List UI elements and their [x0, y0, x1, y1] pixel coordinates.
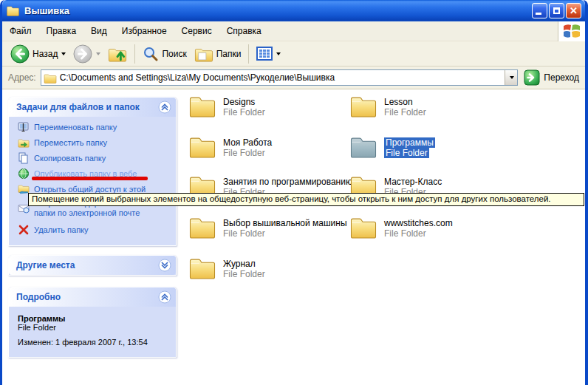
folder-name[interactable]: Выбор вышивальной машины	[223, 218, 347, 228]
folder-name[interactable]: Моя Работа	[223, 137, 272, 148]
panel-file-tasks-body: Переименовать папку Переместить папку	[9, 117, 176, 245]
back-label: Назад	[33, 49, 58, 59]
folder-icon-selected	[349, 135, 377, 158]
views-icon	[256, 47, 273, 61]
up-folder-icon	[108, 45, 127, 63]
folder-type: File Folder	[384, 107, 426, 117]
views-button[interactable]	[253, 45, 284, 62]
panel-file-tasks-header[interactable]: Задачи для файлов и папок	[9, 98, 176, 117]
views-dropdown-icon[interactable]	[276, 52, 281, 55]
details-item-type: File Folder	[18, 323, 168, 332]
folder-item-selected[interactable]: ПрограммыFile Folder	[349, 135, 435, 158]
copy-icon	[18, 152, 30, 164]
folder-type: File Folder	[223, 107, 265, 117]
menu-favorites[interactable]: Избранное	[114, 23, 174, 39]
minimize-icon	[536, 13, 541, 15]
folder-item[interactable]: ЖурналFile Folder	[188, 256, 265, 279]
panel-details-body: Программы File Folder Изменен: 1 февраля…	[9, 307, 176, 357]
folder-name[interactable]: Designs	[223, 97, 255, 107]
details-item-modified: Изменен: 1 февраля 2007 г., 13:54	[18, 338, 168, 347]
forward-dropdown-icon	[96, 52, 100, 55]
menu-file[interactable]: Файл	[2, 23, 39, 39]
task-rename-folder[interactable]: Переименовать папку	[18, 121, 170, 133]
windows-logo	[558, 21, 585, 41]
task-delete-folder[interactable]: Удалить папку	[18, 224, 170, 236]
rename-icon	[18, 121, 30, 133]
folder-icon	[188, 256, 216, 279]
go-label: Переход	[544, 72, 579, 83]
folder-type: File Folder	[384, 228, 426, 239]
menu-tools[interactable]: Сервис	[174, 23, 219, 39]
task-label[interactable]: Переименовать папку	[34, 123, 160, 132]
address-dropdown-button[interactable]	[505, 70, 517, 85]
search-icon	[143, 46, 159, 62]
task-label[interactable]: Переместить папку	[34, 138, 160, 148]
back-icon	[10, 44, 30, 64]
folder-item[interactable]: Моя РаботаFile Folder	[188, 135, 272, 158]
panel-title: Подробно	[16, 292, 158, 302]
chevron-down-icon	[510, 76, 514, 79]
toolbar: Назад Поиск	[2, 41, 585, 67]
back-dropdown-icon[interactable]	[61, 52, 66, 55]
go-button[interactable]	[524, 69, 540, 86]
task-copy-folder[interactable]: Скопировать папку	[18, 152, 170, 164]
up-button[interactable]	[104, 44, 131, 64]
folder-item[interactable]: wwwstitches.comFile Folder	[349, 216, 453, 239]
address-path[interactable]: C:\Documents and Settings\Liza\My Docume…	[57, 72, 505, 83]
folder-name[interactable]: wwwstitches.com	[384, 218, 453, 228]
folder-name[interactable]: Занятия по программированию	[223, 177, 352, 187]
panel-details-header[interactable]: Подробно	[9, 287, 176, 307]
tooltip: Помещение копий выбранных элементов на о…	[28, 193, 584, 206]
chevron-up-icon[interactable]	[158, 290, 171, 304]
window-folder-icon	[6, 5, 20, 16]
file-list: DesignsFile Folder LessonFile Folder Моя…	[182, 89, 585, 385]
task-move-folder[interactable]: Переместить папку	[18, 137, 170, 149]
folder-name[interactable]: Мастер-Класс	[384, 177, 442, 187]
panel-title: Другие места	[16, 260, 158, 270]
task-label[interactable]: Удалить папку	[34, 225, 160, 235]
folders-button[interactable]: Папки	[191, 44, 245, 64]
folder-type: File Folder	[223, 148, 265, 158]
task-pane: Задачи для файлов и папок	[2, 89, 182, 385]
publish-web-icon	[18, 168, 30, 180]
folder-name[interactable]: Lesson	[384, 97, 413, 107]
content: Задачи для файлов и папок	[2, 89, 585, 385]
back-button[interactable]: Назад	[7, 43, 69, 65]
search-button[interactable]: Поиск	[139, 44, 190, 64]
annotation-red-underline	[32, 177, 148, 180]
folder-type: File Folder	[223, 228, 265, 239]
address-combo[interactable]: C:\Documents and Settings\Liza\My Docume…	[41, 69, 519, 86]
folder-type: File Folder	[223, 269, 265, 279]
close-icon: ✕	[570, 6, 578, 16]
forward-icon	[73, 44, 92, 64]
close-button[interactable]: ✕	[566, 3, 581, 18]
forward-button[interactable]	[69, 43, 104, 65]
menu-bar: Файл Правка Вид Избранное Сервис Справка	[2, 21, 585, 41]
task-label[interactable]: Скопировать папку	[34, 154, 160, 163]
folder-icon	[188, 95, 216, 117]
folders-icon	[194, 46, 213, 62]
folder-item[interactable]: Выбор вышивальной машиныFile Folder	[188, 216, 347, 239]
menu-edit[interactable]: Правка	[39, 23, 84, 39]
menu-help[interactable]: Справка	[219, 23, 269, 39]
menu-view[interactable]: Вид	[83, 23, 114, 39]
minimize-button[interactable]	[532, 3, 547, 18]
toolbar-separator	[248, 44, 249, 64]
toolbar-separator	[134, 44, 135, 64]
panel-title: Задачи для файлов и папок	[16, 102, 158, 112]
panel-other-places-header[interactable]: Другие места	[9, 256, 176, 275]
folder-item[interactable]: LessonFile Folder	[349, 95, 426, 117]
folder-name[interactable]: Программы	[384, 137, 435, 148]
maximize-button[interactable]	[549, 3, 564, 18]
chevron-down-icon[interactable]	[158, 259, 171, 272]
folder-name[interactable]: Журнал	[223, 259, 256, 269]
chevron-up-icon[interactable]	[158, 100, 171, 114]
folder-icon	[188, 135, 216, 158]
window-title: Вышивка	[24, 5, 530, 16]
details-item-name: Программы	[18, 314, 168, 323]
go-area: Переход	[524, 69, 579, 86]
folder-item[interactable]: DesignsFile Folder	[188, 95, 265, 117]
folder-icon	[188, 216, 216, 239]
panel-other-places: Другие места	[8, 255, 177, 276]
folder-icon	[349, 95, 377, 117]
